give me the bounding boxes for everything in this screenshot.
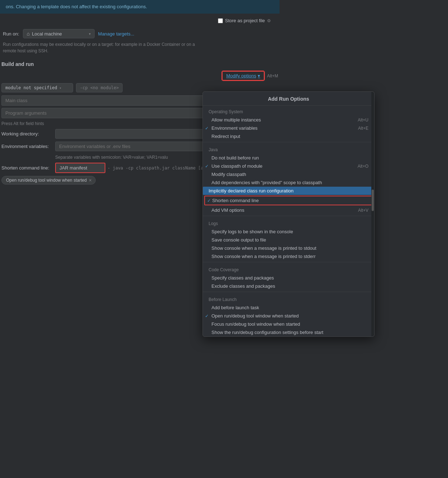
do-not-build-item[interactable]: Do not build before run [203, 154, 374, 162]
modify-classpath-item[interactable]: Modify classpath [203, 170, 374, 178]
environment-variables-item[interactable]: Environment variables Alt+E [203, 124, 374, 132]
home-icon: ⌂ [27, 31, 30, 37]
shorten-command-line-item-box: Shorten command line [204, 196, 373, 205]
add-vm-options-item[interactable]: Add VM options Alt+V [203, 206, 374, 214]
specify-classes-item[interactable]: Specify classes and packages [203, 274, 374, 282]
shorten-command-line-item[interactable]: Shorten command line [205, 196, 372, 205]
open-debug-chip: Open run/debug tool window when started … [1, 176, 96, 185]
modify-options-chevron-icon: ▾ [258, 73, 260, 78]
run-on-row: Run on: ⌂ Local machine ▾ Manage targets… [0, 26, 280, 40]
logs-label: Logs [203, 218, 374, 228]
add-dependencies-item[interactable]: Add dependencies with "provided" scope t… [203, 178, 374, 187]
separator-4 [203, 292, 374, 292]
separator-2 [203, 216, 374, 216]
banner-text: ons. Changing a template does not affect… [6, 4, 147, 9]
redirect-input-item[interactable]: Redirect input [203, 132, 374, 140]
add-run-options-panel: Add Run Options Operating System Allow m… [202, 91, 375, 337]
code-coverage-section: Code Coverage Specify classes and packag… [203, 264, 374, 290]
store-project-row: Store as project file ⚙ [0, 14, 280, 26]
before-launch-label: Before Launch [203, 293, 374, 303]
env-variables-label: Environment variables: [1, 144, 52, 149]
cp-label: -cp <no module> [76, 83, 123, 92]
save-console-output-item[interactable]: Save console output to file [203, 236, 374, 244]
build-run-title: Build and run [1, 58, 278, 70]
modify-options-button[interactable]: Modify options ▾ [222, 71, 264, 80]
use-classpath-item[interactable]: Use classpath of module Alt+O [203, 162, 374, 170]
shorten-label: Shorten command line: [1, 165, 52, 171]
shorten-value: JAR manifest [59, 165, 87, 171]
module-chevron-icon: ▾ [59, 86, 62, 90]
module-dropdown[interactable]: module not specified ▾ [1, 83, 73, 92]
before-launch-section: Before Launch Add before launch task Ope… [203, 293, 374, 336]
manage-targets-link[interactable]: Manage targets... [98, 31, 134, 37]
show-console-stdout-item[interactable]: Show console when a message is printed t… [203, 244, 374, 252]
allow-multiple-instances-item[interactable]: Allow multiple instances Alt+U [203, 116, 374, 124]
focus-debug-tool-item[interactable]: Focus run/debug tool window when started [203, 320, 374, 328]
shorten-rest: - java -cp classpath.jar className [a [108, 166, 203, 171]
separator-1 [203, 142, 374, 142]
local-machine-dropdown[interactable]: ⌂ Local machine ▾ [23, 29, 95, 38]
local-machine-label: Local machine [32, 31, 87, 37]
dropdown-title: Add Run Options [203, 92, 374, 106]
modify-options-shortcut: Alt+M [267, 73, 278, 78]
implicitly-declared-class-item[interactable]: Implicitly declared class run configurat… [203, 187, 374, 195]
show-config-settings-item[interactable]: Show the run/debug configuration setting… [203, 328, 374, 336]
close-chip-button[interactable]: × [89, 178, 92, 183]
modify-options-row: Modify options ▾ Alt+M [1, 70, 278, 83]
modify-options-label: Modify options [226, 73, 256, 78]
java-label: Java [203, 144, 374, 154]
operating-system-label: Operating System [203, 106, 374, 116]
exclude-classes-item[interactable]: Exclude classes and packages [203, 282, 374, 290]
run-on-hint: Run configurations may be executed local… [1, 40, 202, 57]
module-dropdown-label: module not specified [5, 85, 57, 90]
logs-section: Logs Specify logs to be shown in the con… [203, 218, 374, 260]
run-on-label: Run on: [1, 31, 19, 37]
java-section: Java Do not build before run Use classpa… [203, 144, 374, 214]
store-project-text: Store as project file [225, 18, 265, 23]
store-project-checkbox[interactable] [218, 18, 223, 23]
scrollbar-thumb [372, 190, 374, 211]
operating-system-section: Operating System Allow multiple instance… [203, 106, 374, 140]
specify-logs-item[interactable]: Specify logs to be shown in the console [203, 228, 374, 236]
dropdown-chevron-icon: ▾ [89, 32, 91, 36]
scrollbar[interactable] [371, 92, 374, 336]
top-banner: ons. Changing a template does not affect… [0, 0, 280, 14]
code-coverage-label: Code Coverage [203, 264, 374, 274]
working-directory-label: Working directory: [1, 131, 52, 137]
show-console-stderr-item[interactable]: Show console when a message is printed t… [203, 252, 374, 260]
open-debug-label: Open run/debug tool window when started [6, 178, 87, 183]
gear-icon: ⚙ [267, 18, 271, 23]
separator-3 [203, 262, 374, 262]
add-before-launch-item[interactable]: Add before launch task [203, 303, 374, 312]
shorten-dropdown[interactable]: JAR manifest [55, 163, 105, 173]
open-debug-tool-item[interactable]: Open run/debug tool window when started [203, 312, 374, 320]
store-project-label[interactable]: Store as project file ⚙ [218, 18, 271, 23]
